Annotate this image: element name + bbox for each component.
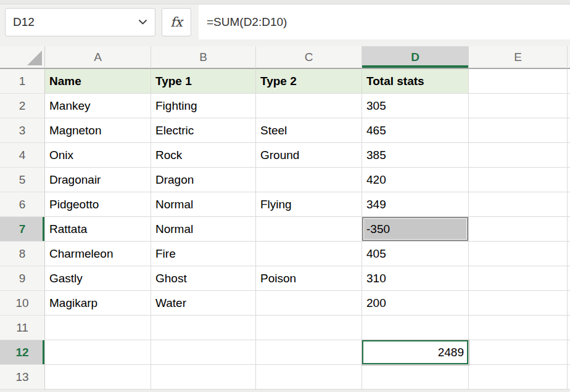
cell-D7[interactable]: -350 — [362, 217, 469, 242]
column-header-D[interactable]: D — [362, 46, 469, 69]
cell-C13[interactable] — [256, 365, 362, 390]
select-all-button[interactable] — [0, 46, 45, 69]
cell-C8[interactable] — [256, 242, 362, 266]
cell-E11[interactable] — [469, 316, 568, 340]
formula-bar-area: D12 fx =SUM(D2:D10) — [0, 0, 570, 46]
row-11: 11 — [0, 316, 570, 340]
row-header-13[interactable]: 13 — [0, 365, 45, 390]
row-header-11[interactable]: 11 — [0, 316, 45, 340]
cell-E9[interactable] — [469, 266, 568, 291]
cell-E6[interactable] — [469, 192, 568, 217]
formula-input[interactable]: =SUM(D2:D10) — [199, 5, 570, 39]
cell-C7[interactable] — [256, 217, 362, 242]
cell-C2[interactable] — [256, 94, 362, 118]
cell-D11[interactable] — [362, 316, 469, 340]
row-header-3[interactable]: 3 — [0, 118, 45, 143]
cell-D8[interactable]: 405 — [362, 242, 469, 266]
cell-E3[interactable] — [469, 118, 568, 143]
cell-A1[interactable]: Name — [45, 69, 151, 94]
row-4: 4 Onix Rock Ground 385 — [0, 143, 570, 168]
name-box-value: D12 — [13, 15, 138, 29]
cell-B11[interactable] — [151, 316, 256, 340]
cell-A5[interactable]: Dragonair — [45, 168, 151, 192]
cell-B5[interactable]: Dragon — [151, 168, 256, 192]
cell-D6[interactable]: 349 — [362, 192, 469, 217]
cell-E1[interactable] — [469, 69, 568, 94]
cell-A7[interactable]: Rattata — [45, 217, 151, 242]
row-header-8[interactable]: 8 — [0, 242, 45, 266]
cell-E12[interactable] — [469, 340, 568, 365]
cell-A3[interactable]: Magneton — [45, 118, 151, 143]
cell-D4[interactable]: 385 — [362, 143, 469, 168]
fx-button[interactable]: fx — [162, 8, 191, 36]
cell-D12[interactable]: 2489 — [362, 340, 469, 365]
row-7: 7 Rattata Normal -350 — [0, 217, 570, 242]
cell-D5[interactable]: 420 — [362, 168, 469, 192]
chevron-down-icon[interactable] — [138, 19, 147, 25]
cell-A6[interactable]: Pidgeotto — [45, 192, 151, 217]
row-header-12[interactable]: 12 — [0, 340, 45, 365]
column-header-A[interactable]: A — [45, 46, 151, 69]
cell-A11[interactable] — [45, 316, 151, 340]
row-12: 12 2489 — [0, 340, 570, 365]
cell-D10[interactable]: 200 — [362, 291, 469, 316]
row-header-9[interactable]: 9 — [0, 266, 45, 291]
cell-D1[interactable]: Total stats — [362, 69, 469, 94]
row-header-2[interactable]: 2 — [0, 94, 45, 118]
cell-E4[interactable] — [469, 143, 568, 168]
row-header-1[interactable]: 1 — [0, 69, 45, 94]
bottom-strip — [0, 390, 570, 392]
row-1: 1 Name Type 1 Type 2 Total stats — [0, 69, 570, 94]
row-header-4[interactable]: 4 — [0, 143, 45, 168]
column-header-E[interactable]: E — [469, 46, 568, 69]
cell-E8[interactable] — [469, 242, 568, 266]
cell-C11[interactable] — [256, 316, 362, 340]
cell-D2[interactable]: 305 — [362, 94, 469, 118]
top-strip — [0, 0, 570, 4]
cell-E2[interactable] — [469, 94, 568, 118]
cell-A10[interactable]: Magikarp — [45, 291, 151, 316]
cell-B8[interactable]: Fire — [151, 242, 256, 266]
cell-B6[interactable]: Normal — [151, 192, 256, 217]
cell-E7[interactable] — [469, 217, 568, 242]
row-header-7[interactable]: 7 — [0, 217, 45, 242]
cell-D13[interactable] — [362, 365, 469, 390]
cell-C1[interactable]: Type 2 — [256, 69, 362, 94]
cell-C9[interactable]: Poison — [256, 266, 362, 291]
cell-C5[interactable] — [256, 168, 362, 192]
cell-C4[interactable]: Ground — [256, 143, 362, 168]
cell-A12[interactable] — [45, 340, 151, 365]
cell-E13[interactable] — [469, 365, 568, 390]
cell-A4[interactable]: Onix — [45, 143, 151, 168]
row-5: 5 Dragonair Dragon 420 — [0, 168, 570, 192]
cell-B7[interactable]: Normal — [151, 217, 256, 242]
cell-A13[interactable] — [45, 365, 151, 390]
cell-B9[interactable]: Ghost — [151, 266, 256, 291]
cell-B4[interactable]: Rock — [151, 143, 256, 168]
cell-C3[interactable]: Steel — [256, 118, 362, 143]
cell-B13[interactable] — [151, 365, 256, 390]
cell-A2[interactable]: Mankey — [45, 94, 151, 118]
cell-D9[interactable]: 310 — [362, 266, 469, 291]
cell-C12[interactable] — [256, 340, 362, 365]
cell-E10[interactable] — [469, 291, 568, 316]
cell-B2[interactable]: Fighting — [151, 94, 256, 118]
name-box[interactable]: D12 — [5, 8, 155, 36]
cell-B12[interactable] — [151, 340, 256, 365]
column-header-C[interactable]: C — [256, 46, 362, 69]
row-header-6[interactable]: 6 — [0, 192, 45, 217]
cell-B10[interactable]: Water — [151, 291, 256, 316]
cell-C6[interactable]: Flying — [256, 192, 362, 217]
column-header-B[interactable]: B — [151, 46, 256, 69]
row-13: 13 — [0, 365, 570, 390]
cell-A8[interactable]: Charmeleon — [45, 242, 151, 266]
cell-A9[interactable]: Gastly — [45, 266, 151, 291]
column-header-filler — [568, 46, 570, 69]
cell-E5[interactable] — [469, 168, 568, 192]
cell-B3[interactable]: Electric — [151, 118, 256, 143]
cell-B1[interactable]: Type 1 — [151, 69, 256, 94]
row-header-10[interactable]: 10 — [0, 291, 45, 316]
row-header-5[interactable]: 5 — [0, 168, 45, 192]
cell-D3[interactable]: 465 — [362, 118, 469, 143]
cell-C10[interactable] — [256, 291, 362, 316]
